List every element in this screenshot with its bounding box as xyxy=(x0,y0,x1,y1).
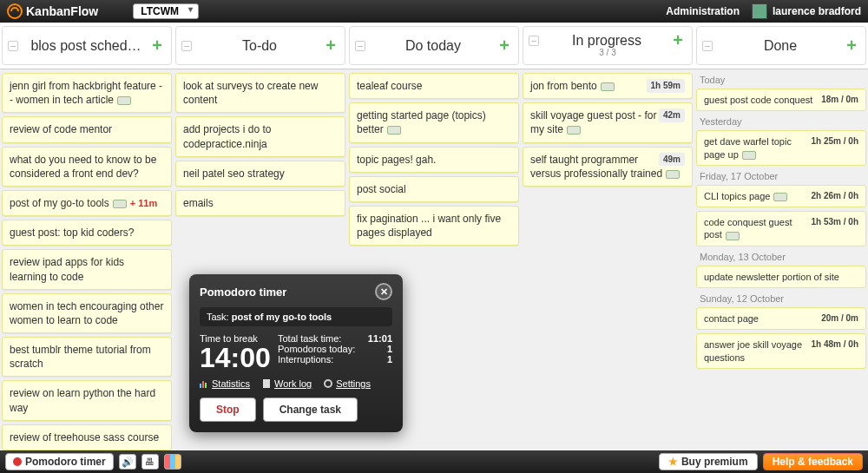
task-text: fix pagination ... i want only five page… xyxy=(357,213,501,239)
task-card[interactable]: topic pages! gah. xyxy=(349,147,519,173)
interruptions-value: 1 xyxy=(387,354,392,365)
column-inprogress: 1h 59mjon from bento42mskill voyage gues… xyxy=(523,73,693,457)
logo-icon xyxy=(7,3,23,19)
task-card[interactable]: look at surveys to create new content xyxy=(175,73,345,113)
stop-button[interactable]: Stop xyxy=(200,397,256,422)
task-text: review on learn python the hard way xyxy=(10,387,155,413)
task-time-badge: 2h 26m / 0h xyxy=(812,190,858,201)
bottombar: Pomodoro timer 🔊 🖶 ★Buy premium Help & f… xyxy=(0,450,868,473)
close-icon[interactable]: ✕ xyxy=(375,283,392,300)
column-title[interactable]: blos post sched… xyxy=(23,38,148,54)
statistics-link[interactable]: Statistics xyxy=(200,378,250,389)
pomodoros-today-label: Pomodoros today: xyxy=(278,344,355,354)
column-backlog: jenn girl from hackbright feature -- wom… xyxy=(2,73,172,457)
task-card[interactable]: best tumblr theme tutorial from scratch xyxy=(2,337,172,377)
svg-rect-2 xyxy=(202,381,204,388)
pomodoro-timer-button[interactable]: Pomodoro timer xyxy=(5,453,114,470)
subtask-icon xyxy=(567,126,581,135)
record-icon xyxy=(13,457,22,466)
task-text: women in tech encouraging other women to… xyxy=(10,300,163,326)
add-card-icon[interactable]: + xyxy=(148,36,166,56)
task-card[interactable]: 1h 48m / 0hanswer joe skill voyage quest… xyxy=(696,333,866,369)
task-time-badge: 49m xyxy=(659,153,685,167)
task-card[interactable]: women in tech encouraging other women to… xyxy=(2,293,172,333)
column-collapse-icon[interactable]: – xyxy=(702,41,713,51)
board-selector[interactable]: LTCWM xyxy=(133,3,199,19)
task-text: code conquest guest post xyxy=(704,217,792,240)
task-card[interactable]: review ipad apps for kids learning to co… xyxy=(2,249,172,289)
buy-premium-button[interactable]: ★Buy premium xyxy=(659,453,758,470)
task-card[interactable]: 18m / 0mguest post code conquest xyxy=(696,89,866,111)
pomodoro-task-label: Task: xyxy=(207,312,229,322)
task-card[interactable]: 1h 59mjon from bento xyxy=(523,73,693,99)
column-collapse-icon[interactable]: – xyxy=(181,41,192,51)
star-icon: ★ xyxy=(668,456,678,468)
task-card[interactable]: tealeaf course xyxy=(349,73,519,99)
sound-icon[interactable]: 🔊 xyxy=(119,454,136,470)
task-card[interactable]: jenn girl from hackbright feature -- wom… xyxy=(2,73,172,113)
add-card-icon[interactable]: + xyxy=(496,36,513,56)
app-logo[interactable]: KanbanFlow xyxy=(7,3,98,19)
topbar: KanbanFlow LTCWM Administration laurence… xyxy=(0,0,868,23)
task-text: contact page xyxy=(704,313,759,324)
subtask-icon xyxy=(666,170,680,179)
column-header: – Done + xyxy=(696,26,866,65)
column-title[interactable]: In progress xyxy=(544,33,669,49)
task-text: neil patel seo strategy xyxy=(183,168,285,180)
pomodoro-panel[interactable]: Pomodoro timer ✕ Task: post of my go-to … xyxy=(189,274,403,432)
task-card[interactable]: review on learn python the hard way xyxy=(2,380,172,420)
task-card[interactable]: fix pagination ... i want only five page… xyxy=(349,206,519,246)
change-task-button[interactable]: Change task xyxy=(263,397,358,422)
task-card[interactable]: 1h 25m / 0hget dave warfel topic page up xyxy=(696,130,866,166)
column-title[interactable]: Done xyxy=(718,38,843,54)
column-header: – In progress 3 / 3 + xyxy=(523,26,693,65)
column-collapse-icon[interactable]: – xyxy=(355,41,365,51)
task-text: look at surveys to create new content xyxy=(183,80,318,106)
task-time-badge: 1h 59m xyxy=(647,79,685,93)
task-text: review of treehouse sass course xyxy=(10,431,159,443)
column-done: Today18m / 0mguest post code conquestYes… xyxy=(696,73,866,457)
task-card[interactable]: emails xyxy=(175,190,345,216)
color-swatch-icon[interactable] xyxy=(164,454,181,470)
task-card[interactable]: review of code mentor xyxy=(2,116,172,142)
gear-icon xyxy=(324,379,332,388)
task-time-badge: 1h 25m / 0h xyxy=(812,135,858,147)
settings-link[interactable]: Settings xyxy=(324,378,371,389)
task-text: add projects i do to codepractice.ninja xyxy=(183,123,271,149)
task-time-badge: 1h 53m / 0h xyxy=(812,216,858,227)
document-icon xyxy=(262,379,271,388)
task-card[interactable]: post social xyxy=(349,176,519,202)
column-collapse-icon[interactable]: – xyxy=(8,41,18,51)
column-collapse-icon[interactable]: – xyxy=(529,36,539,46)
column-title[interactable]: Do today xyxy=(371,38,496,54)
worklog-link[interactable]: Work log xyxy=(262,378,312,389)
print-icon[interactable]: 🖶 xyxy=(141,454,159,470)
pomodoro-task: Task: post of my go-to tools xyxy=(200,307,392,326)
task-card[interactable]: 20m / 0mcontact page xyxy=(696,307,866,330)
subtask-icon xyxy=(742,151,756,160)
add-card-icon[interactable]: + xyxy=(843,36,860,56)
task-card[interactable]: getting started page (topics) better xyxy=(349,102,519,142)
task-card[interactable]: guest post: top kid coders? xyxy=(2,220,172,246)
task-card[interactable]: 49mself taught programmer versus profess… xyxy=(523,147,693,187)
column-title[interactable]: To-do xyxy=(197,38,322,54)
add-card-icon[interactable]: + xyxy=(322,36,339,56)
administration-link[interactable]: Administration xyxy=(666,5,740,17)
task-card[interactable]: review of treehouse sass course xyxy=(2,424,172,450)
pomodoros-today-value: 1 xyxy=(387,344,392,354)
help-feedback-button[interactable]: Help & feedback xyxy=(763,453,863,470)
done-group-header: Monday, 13 October xyxy=(696,250,866,262)
task-card[interactable]: neil patel seo strategy xyxy=(175,161,345,187)
user-menu[interactable]: laurence bradford xyxy=(752,3,861,19)
task-card[interactable]: update newsletter portion of site xyxy=(696,266,866,288)
task-card[interactable]: 2h 26m / 0hCLI topics page xyxy=(696,185,866,207)
total-task-value: 11:01 xyxy=(368,333,392,344)
task-card[interactable]: add projects i do to codepractice.ninja xyxy=(175,116,345,156)
task-card[interactable]: what do you need to know to be considere… xyxy=(2,147,172,187)
task-card[interactable]: post of my go-to tools+ 11m xyxy=(2,190,172,216)
avatar xyxy=(752,3,767,19)
task-card[interactable]: 1h 53m / 0hcode conquest guest post xyxy=(696,211,866,246)
task-text: self taught programmer versus profession… xyxy=(530,154,662,180)
task-card[interactable]: 42mskill voyage guest post - for my site xyxy=(523,102,693,142)
svg-point-0 xyxy=(8,4,22,18)
